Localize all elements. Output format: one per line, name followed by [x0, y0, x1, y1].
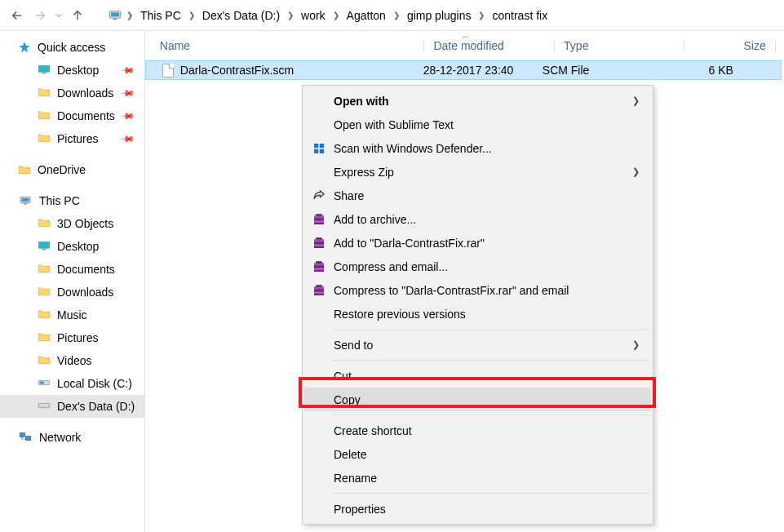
chevron-right-icon[interactable]: ❯	[332, 11, 340, 20]
column-name[interactable]: Name	[160, 39, 423, 52]
context-menu-item[interactable]: Delete	[304, 442, 651, 466]
tree-onedrive[interactable]: OneDrive	[0, 158, 144, 181]
tree-thispc-item[interactable]: Local Disk (C:)	[0, 372, 144, 395]
tree-quick-access[interactable]: Quick access	[0, 36, 144, 59]
share-icon	[311, 188, 327, 204]
tree-thispc-item[interactable]: Pictures	[0, 326, 144, 349]
up-button[interactable]	[69, 7, 86, 24]
context-menu-item[interactable]: Cut	[304, 364, 651, 388]
tree-thispc-item[interactable]: 3D Objects	[0, 212, 144, 235]
context-menu-item[interactable]: Compress to "Darla-ContrastFix.rar" and …	[304, 278, 651, 302]
winrar-icon	[311, 235, 327, 251]
svg-rect-26	[314, 244, 324, 246]
folder-icon	[38, 331, 51, 345]
folder-icon	[38, 132, 51, 146]
context-menu-label: Rename	[334, 472, 377, 485]
tree-label: Quick access	[38, 41, 105, 54]
chevron-right-icon[interactable]: ❯	[286, 11, 295, 20]
winrar-icon	[311, 282, 327, 299]
context-menu-item[interactable]: Restore previous versions	[304, 302, 651, 326]
quick-access-star-icon	[18, 41, 31, 54]
context-menu-item[interactable]: Share	[304, 184, 651, 207]
context-menu-item[interactable]: Rename	[304, 466, 651, 490]
folder-icon	[38, 400, 51, 414]
column-type[interactable]: Type	[564, 39, 683, 52]
crumb-contrast-fix[interactable]: contrast fix	[487, 7, 552, 24]
context-menu-item[interactable]: Express Zip❯	[304, 160, 651, 184]
svg-rect-31	[316, 261, 322, 263]
svg-rect-14	[20, 433, 24, 437]
winrar-icon	[311, 211, 327, 228]
tree-thispc-item[interactable]: Dex's Data (D:)	[0, 395, 144, 418]
network-icon	[18, 431, 33, 444]
folder-icon	[38, 109, 51, 123]
breadcrumb[interactable]: ❯ This PC ❯ Dex's Data (D:) ❯ work ❯ Aga…	[104, 5, 776, 26]
crumb-drive[interactable]: Dex's Data (D:)	[197, 7, 285, 24]
svg-rect-29	[314, 263, 324, 265]
folder-icon	[38, 86, 51, 100]
chevron-right-icon[interactable]: ❯	[188, 11, 196, 20]
context-menu-item[interactable]: Properties	[304, 497, 651, 521]
context-menu-item[interactable]: Add to "Darla-ContrastFix.rar"	[304, 231, 651, 255]
tree-label: This PC	[39, 194, 80, 207]
context-menu-label: Copy	[334, 393, 361, 406]
context-menu-item[interactable]: Open with❯	[304, 89, 651, 113]
context-menu-label: Send to	[334, 339, 373, 352]
recent-locations-dropdown[interactable]	[54, 7, 64, 24]
context-menu-item[interactable]: Create shortcut	[304, 419, 651, 442]
chevron-right-icon[interactable]: ❯	[126, 11, 134, 20]
context-menu-separator	[332, 360, 649, 361]
svg-rect-4	[38, 65, 49, 72]
context-menu-item[interactable]: Open with Sublime Text	[304, 113, 651, 136]
file-icon	[161, 63, 175, 78]
tree-quickaccess-item[interactable]: Documents📌	[0, 104, 144, 127]
svg-rect-5	[42, 73, 46, 73]
tree-quickaccess-item[interactable]: Desktop📌	[0, 59, 144, 82]
column-size[interactable]: Size	[694, 39, 766, 52]
svg-rect-9	[38, 242, 49, 248]
tree-thispc-item[interactable]: Desktop	[0, 235, 144, 258]
column-date[interactable]: Date modified	[433, 39, 552, 52]
tree-quickaccess-item[interactable]: Pictures📌	[0, 127, 144, 150]
back-button[interactable]	[8, 7, 26, 24]
pc-icon[interactable]	[106, 7, 124, 24]
pin-icon: 📌	[119, 62, 135, 78]
context-menu-label: Cut	[334, 370, 352, 383]
tree-quickaccess-item[interactable]: Downloads📌	[0, 82, 144, 104]
tree-label: Desktop	[57, 240, 99, 253]
crumb-this-pc[interactable]: This PC	[135, 7, 186, 24]
column-resize-caret-icon[interactable]: ︿	[462, 31, 469, 42]
context-menu-item[interactable]: Send to❯	[304, 333, 651, 357]
svg-rect-1	[113, 18, 117, 20]
context-menu-item[interactable]: Add to archive...	[304, 207, 651, 231]
context-menu-label: Open with Sublime Text	[334, 118, 454, 131]
tree-thispc-item[interactable]: Documents	[0, 258, 144, 281]
crumb-agatton[interactable]: Agatton	[342, 7, 391, 24]
context-menu-label: Add to archive...	[334, 213, 416, 226]
pin-icon: 📌	[119, 85, 135, 100]
folder-icon	[38, 64, 51, 78]
tree-network[interactable]: Network	[0, 426, 144, 449]
chevron-right-icon[interactable]: ❯	[392, 11, 401, 20]
tree-this-pc[interactable]: This PC	[0, 189, 144, 212]
tree-thispc-item[interactable]: Music	[0, 304, 144, 326]
crumb-work[interactable]: work	[296, 7, 330, 24]
file-size: 6 KB	[662, 64, 733, 77]
crumb-gimp-plugins[interactable]: gimp plugins	[402, 7, 476, 24]
svg-rect-23	[316, 214, 322, 215]
context-menu-item[interactable]: Scan with Windows Defender...	[304, 136, 651, 160]
tree-thispc-item[interactable]: Downloads	[0, 281, 144, 304]
context-menu-separator	[332, 415, 649, 415]
tree-label: Desktop	[57, 64, 99, 77]
context-menu-item[interactable]: Compress and email...	[304, 255, 651, 278]
tree-label: Videos	[57, 354, 92, 367]
svg-rect-19	[320, 149, 324, 153]
context-menu-label: Express Zip	[334, 166, 394, 179]
context-menu-item[interactable]: Copy	[304, 388, 651, 411]
tree-thispc-item[interactable]: Videos	[0, 349, 144, 372]
forward-button[interactable]	[31, 7, 49, 24]
folder-icon	[38, 354, 51, 368]
file-row[interactable]: Darla-ContrastFix.scm 28-12-2017 23:40 S…	[145, 60, 782, 80]
chevron-right-icon: ❯	[632, 166, 640, 177]
chevron-right-icon[interactable]: ❯	[477, 11, 485, 20]
